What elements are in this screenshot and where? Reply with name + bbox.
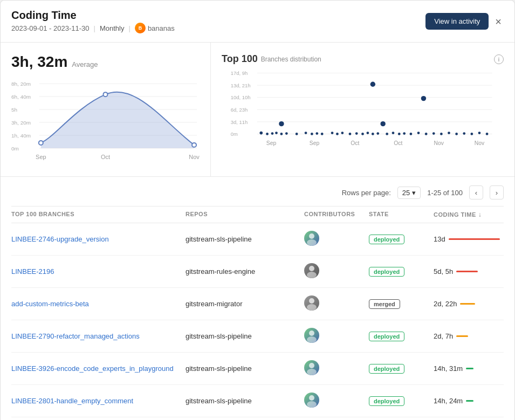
time-bar xyxy=(456,271,478,272)
pagination-next-button[interactable]: › xyxy=(490,185,504,199)
contributor-avatar xyxy=(304,263,319,278)
table-row: LINBEE-2196 gitstream-rules-engine deplo… xyxy=(11,256,504,288)
svg-point-44 xyxy=(321,133,324,135)
time-bar xyxy=(456,335,468,337)
svg-text:Sep: Sep xyxy=(310,140,320,146)
svg-point-77 xyxy=(309,266,314,271)
svg-text:Sep: Sep xyxy=(36,154,46,160)
svg-point-81 xyxy=(309,331,314,336)
view-activity-button[interactable]: View in activity xyxy=(425,13,489,30)
table-row: LINBEE-2801-handle_empty_comment gitstre… xyxy=(11,385,504,417)
svg-point-75 xyxy=(309,233,314,239)
state-badge: merged xyxy=(369,299,400,309)
svg-point-66 xyxy=(471,133,473,135)
separator-2: | xyxy=(128,24,130,32)
svg-text:8h, 20m: 8h, 20m xyxy=(11,81,31,87)
svg-point-58 xyxy=(410,133,413,135)
svg-point-85 xyxy=(309,395,314,401)
page-title: Coding Time xyxy=(11,9,419,22)
svg-text:13d, 21h: 13d, 21h xyxy=(231,82,251,88)
user-avatar: B xyxy=(135,23,146,33)
svg-point-55 xyxy=(392,132,395,134)
right-chart: Top 100 Branches distribution i 17d, 9h … xyxy=(211,43,514,176)
right-chart-title: Top 100 Branches distribution xyxy=(222,53,321,65)
svg-point-46 xyxy=(336,133,339,135)
time-bar xyxy=(466,368,473,369)
col-repos: REPOS xyxy=(186,211,304,218)
svg-text:3d, 11h: 3d, 11h xyxy=(231,119,248,125)
svg-point-59 xyxy=(417,132,420,134)
contributor-avatar xyxy=(304,295,319,311)
table-header: Top 100 BRANCHES REPOS CONTRIBUTORS STAT… xyxy=(11,206,504,223)
svg-text:Oct: Oct xyxy=(394,140,402,146)
svg-point-57 xyxy=(403,132,406,135)
svg-point-42 xyxy=(311,133,313,135)
svg-point-86 xyxy=(307,401,317,408)
svg-point-39 xyxy=(285,132,288,135)
svg-point-63 xyxy=(448,132,450,134)
svg-point-48 xyxy=(349,133,352,135)
svg-point-60 xyxy=(425,133,428,135)
coding-time: 5d, 5h xyxy=(434,267,504,276)
svg-point-83 xyxy=(309,363,314,368)
branch-link[interactable]: LINBEE-2196 xyxy=(11,267,54,276)
svg-point-33 xyxy=(380,121,385,126)
svg-point-52 xyxy=(372,133,374,135)
rows-per-page-select[interactable]: 25 ▾ xyxy=(397,187,421,199)
svg-point-64 xyxy=(455,133,458,135)
date-range: 2023-09-01 - 2023-11-30 xyxy=(11,24,90,32)
user-name: bananas xyxy=(148,24,175,32)
svg-point-41 xyxy=(305,132,307,134)
right-chart-header: Top 100 Branches distribution i xyxy=(222,53,504,65)
info-icon[interactable]: i xyxy=(494,54,504,64)
branch-link[interactable]: LINBEE-2801-handle_empty_comment xyxy=(11,397,133,405)
header-actions: View in activity × xyxy=(425,13,504,30)
pagination-info: 1-25 of 100 xyxy=(427,189,463,197)
svg-text:1h, 40m: 1h, 40m xyxy=(11,133,31,139)
svg-point-38 xyxy=(280,133,283,135)
svg-point-45 xyxy=(331,132,334,134)
col-state: STATE xyxy=(369,211,434,218)
period-label: Monthly xyxy=(100,24,125,32)
svg-point-40 xyxy=(296,133,298,135)
table-row: LINBEE-2790-refactor_managed_actions git… xyxy=(11,320,504,353)
top100-label: Top 100 xyxy=(222,53,258,65)
modal-header: Coding Time 2023-09-01 - 2023-11-30 | Mo… xyxy=(1,1,514,43)
branch-link[interactable]: LINBEE-2746-upgrade_version xyxy=(11,235,109,243)
contributor-avatar xyxy=(304,328,319,343)
rows-per-page-label: Rows per page: xyxy=(342,189,391,197)
state-badge: deployed xyxy=(369,332,404,341)
header-title-block: Coding Time 2023-09-01 - 2023-11-30 | Mo… xyxy=(11,9,419,33)
separator-1: | xyxy=(94,24,95,32)
svg-point-68 xyxy=(486,133,489,135)
svg-point-36 xyxy=(271,132,274,135)
svg-text:Oct: Oct xyxy=(351,140,359,146)
col-coding-time[interactable]: CODING TIME ↓ xyxy=(434,211,504,218)
branch-link[interactable]: LINBEE-2790-refactor_managed_actions xyxy=(11,332,140,340)
avg-label: 3h, 32m Average xyxy=(11,53,200,71)
svg-text:0m: 0m xyxy=(231,131,238,137)
svg-point-78 xyxy=(307,272,317,278)
svg-point-76 xyxy=(307,239,317,246)
line-chart-area: 8h, 20m 6h, 40m 5h 3h, 20m 1h, 40m 0m xyxy=(11,79,200,166)
svg-text:Sep: Sep xyxy=(266,140,277,146)
contributor-avatar xyxy=(304,360,319,375)
svg-point-84 xyxy=(307,369,317,375)
branch-link[interactable]: add-custom-metrics-beta xyxy=(11,300,89,308)
branch-link[interactable]: LINBEE-3926-encode_code_experts_in_playg… xyxy=(11,364,174,373)
svg-point-79 xyxy=(309,298,314,304)
svg-text:0m: 0m xyxy=(11,146,19,152)
sort-icon: ↓ xyxy=(478,211,482,218)
pagination-prev-button[interactable]: ‹ xyxy=(469,185,483,199)
svg-point-61 xyxy=(432,132,435,135)
coding-time: 14h, 31m xyxy=(434,364,504,373)
svg-point-67 xyxy=(478,132,481,134)
avg-text: Average xyxy=(72,60,98,68)
svg-text:10d, 10h: 10d, 10h xyxy=(231,94,251,100)
state-badge: deployed xyxy=(369,364,404,374)
col-branches: Top 100 BRANCHES xyxy=(11,211,186,218)
svg-point-34 xyxy=(259,132,263,135)
repo-name: gitstream-sls-pipeline xyxy=(186,397,304,405)
close-button[interactable]: × xyxy=(493,14,504,29)
svg-text:5h: 5h xyxy=(11,107,17,113)
